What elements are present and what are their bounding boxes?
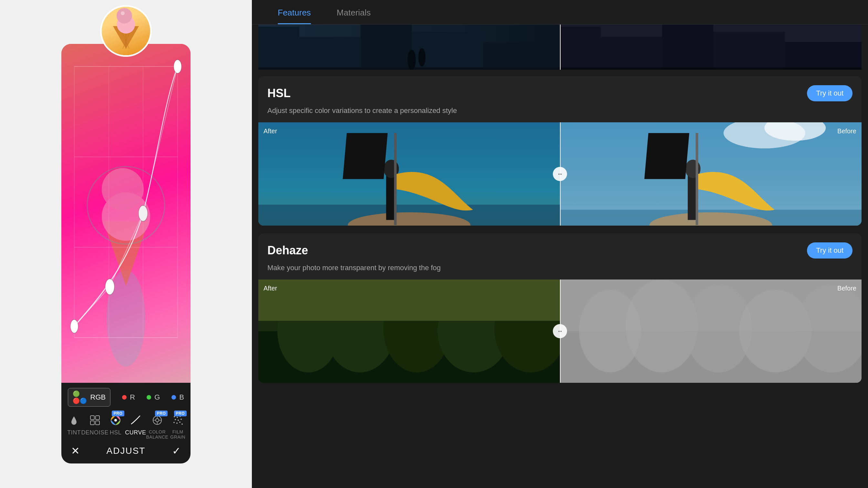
curve-tool[interactable]: CURVE [125,413,146,436]
hsl-description: Adjust specific color variations to crea… [268,105,852,116]
film-grain-tool[interactable]: PRO [168,413,187,440]
rgb-button[interactable]: 🟢🔴🔵 RGB [68,388,111,407]
svg-rect-50 [299,37,361,70]
color-balance-tool[interactable]: PRO COLOR BALANCE [146,413,168,440]
dehaze-description: Make your photo more transparent by remo… [268,262,852,273]
tabs-header: Features Materials [252,0,868,25]
svg-rect-27 [90,421,94,425]
svg-point-7 [121,11,125,15]
cancel-button[interactable]: ✕ [71,445,80,457]
svg-rect-60 [662,25,713,70]
svg-rect-61 [713,32,785,70]
svg-point-42 [181,419,182,420]
svg-rect-87 [258,280,560,321]
tab-features[interactable]: Features [265,0,324,24]
hsl-title: HSL [268,87,290,100]
svg-point-38 [177,417,178,418]
hsl-before-label: Before [837,128,857,135]
tool-row: TINT DENOISE PRO [61,411,190,440]
dehaze-before-label: Before [837,285,857,292]
svg-point-45 [179,422,181,423]
denoise-tool[interactable]: DENOISE [84,413,106,436]
svg-point-44 [176,422,178,424]
tab-materials[interactable]: Materials [324,0,383,24]
tint-tool[interactable]: TINT [65,413,84,436]
hsl-card-header: HSL Try it out [268,85,852,101]
hsl-tool[interactable]: PRO HSL [106,413,125,436]
b-channel[interactable]: B [172,393,184,401]
dehaze-title: Dehaze [268,244,308,257]
toolbar-area: 🟢🔴🔵 RGB R G B [61,383,190,463]
hsl-after-label: After [264,128,277,135]
confirm-button[interactable]: ✓ [172,445,181,457]
r-channel[interactable]: R [122,393,135,401]
dehaze-after: After [258,280,560,383]
svg-point-46 [182,423,183,425]
hsl-before: Before [560,122,862,226]
dehaze-after-label: After [264,285,277,292]
svg-rect-62 [785,42,862,70]
dehaze-try-button[interactable]: Try it out [807,242,852,259]
channel-tabs[interactable]: 🟢🔴🔵 RGB R G B [61,388,190,411]
svg-rect-95 [560,280,862,383]
preview-divider [560,25,561,70]
svg-rect-25 [90,416,94,420]
dehaze-feature-card: Dehaze Try it out Make your photo more t… [258,233,862,383]
svg-rect-49 [258,27,299,70]
svg-point-41 [178,420,179,421]
svg-rect-26 [96,416,99,420]
svg-rect-79 [644,133,689,179]
dehaze-preview-image: After [258,280,862,383]
ice-cream-thumbnail [100,5,152,57]
bottom-nav: ✕ ADJUST ✓ [61,440,190,457]
hsl-split-handle[interactable]: ↔ [553,167,567,181]
dehaze-card-header: Dehaze Try it out [268,242,852,259]
dehaze-split-handle[interactable]: ↔ [553,324,567,338]
hsl-feature-card: HSL Try it out Adjust specific color var… [258,76,862,226]
left-panel: 🟢🔴🔵 RGB R G B [0,0,252,488]
svg-rect-28 [96,421,99,425]
svg-rect-70 [343,133,388,179]
svg-rect-63 [560,67,862,70]
svg-point-30 [114,419,117,422]
hsl-try-button[interactable]: Try it out [807,85,852,101]
right-content: HSL Try it out Adjust specific color var… [252,25,868,488]
hsl-preview-image: After [258,122,862,226]
svg-point-32 [156,419,159,422]
phone-mockup: 🟢🔴🔵 RGB R G B [61,18,190,470]
svg-rect-59 [601,37,662,70]
svg-point-40 [175,419,176,420]
adjust-label: ADJUST [106,446,146,456]
svg-rect-58 [560,27,601,70]
g-channel[interactable]: G [147,393,160,401]
svg-point-43 [174,422,175,423]
preview-before [560,25,862,70]
hsl-after: After [258,122,560,226]
preview-after [258,25,560,70]
svg-rect-54 [258,67,560,70]
svg-point-55 [407,50,415,70]
svg-point-6 [117,8,132,24]
preview-strip [258,25,862,70]
dehaze-before: Before [560,280,862,383]
image-editor-area[interactable] [61,44,190,383]
svg-rect-53 [484,42,560,70]
svg-point-56 [418,48,425,66]
svg-point-11 [102,168,144,210]
svg-rect-51 [361,25,412,70]
right-panel: Features Materials [252,0,868,488]
